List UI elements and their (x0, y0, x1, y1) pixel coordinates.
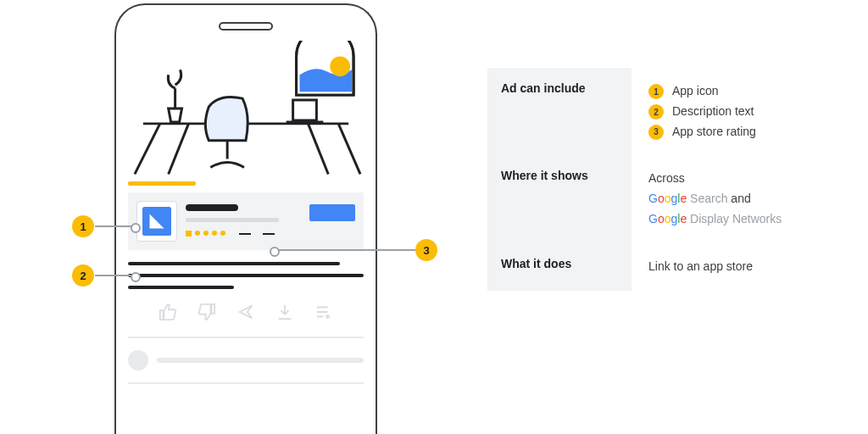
row-what: What it does Link to an app store (487, 243, 843, 291)
where-search: Search (690, 192, 727, 205)
svg-point-0 (330, 56, 350, 76)
ad-text-block (186, 201, 301, 242)
hero-illustration (128, 41, 364, 176)
leader-line-2 (95, 275, 137, 276)
post-stub (128, 350, 364, 370)
leader-line-1 (95, 225, 137, 227)
phone-frame (114, 3, 377, 434)
phone-speaker (219, 22, 273, 31)
google-logo-text: Google (648, 192, 687, 205)
row-ad-include: Ad can include 1App icon 2Description te… (487, 68, 843, 155)
post-line (157, 358, 364, 363)
svg-line-2 (135, 124, 160, 175)
accent-bar (128, 181, 196, 186)
description-lines (128, 262, 364, 289)
include-item: Description text (672, 104, 754, 118)
ad-subtitle-placeholder (186, 218, 279, 222)
thumbs-down-icon[interactable] (198, 303, 216, 321)
row-where: Where it shows Across Google Search and … (487, 155, 843, 242)
app-icon (136, 201, 177, 242)
share-icon[interactable] (236, 303, 255, 321)
download-icon[interactable] (275, 303, 294, 321)
callout-chip-3: 3 (415, 239, 437, 261)
divider (128, 382, 364, 384)
svg-line-4 (308, 124, 328, 175)
row-value: Link to an app store (632, 243, 843, 291)
ad-card (128, 192, 364, 250)
google-logo-text: Google (648, 212, 687, 225)
avatar (128, 350, 148, 370)
row-value: Across Google Search and Google Display … (632, 155, 843, 242)
thumbs-up-icon[interactable] (159, 303, 177, 321)
where-lead: Across (648, 169, 843, 189)
playlist-icon[interactable] (314, 303, 333, 321)
svg-line-3 (169, 124, 189, 175)
divider (128, 337, 364, 338)
row-value: 1App icon 2Description text 3App store r… (632, 68, 843, 155)
where-display: Display Networks (690, 212, 782, 225)
rating-row (186, 231, 301, 236)
mini-chip-3: 3 (648, 125, 664, 140)
mini-chip-2: 2 (648, 104, 664, 120)
row-label: What it does (487, 243, 632, 291)
info-table: Ad can include 1App icon 2Description te… (487, 68, 843, 291)
install-button[interactable] (309, 204, 355, 221)
ad-title-placeholder (186, 204, 238, 211)
svg-line-5 (338, 124, 360, 175)
action-row (128, 303, 364, 321)
leader-line-3 (273, 249, 415, 251)
mini-chip-1: 1 (648, 84, 664, 99)
include-item: App store rating (672, 125, 756, 138)
include-item: App icon (672, 84, 718, 97)
row-label: Ad can include (487, 68, 632, 155)
row-label: Where it shows (487, 155, 632, 242)
callout-chip-1: 1 (72, 215, 94, 237)
callout-chip-2: 2 (72, 264, 94, 287)
